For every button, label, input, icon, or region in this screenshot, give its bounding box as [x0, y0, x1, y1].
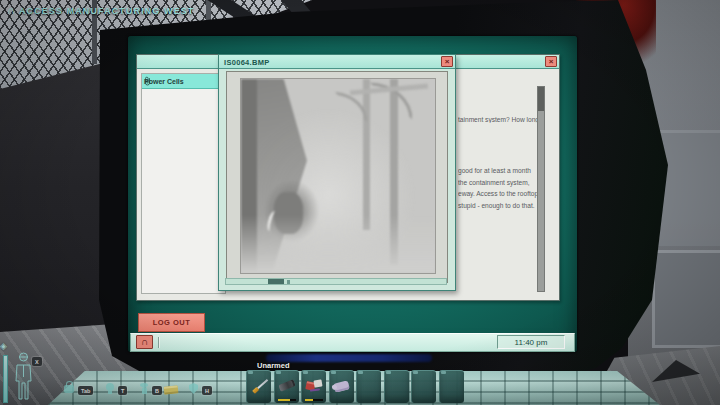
selected-item-label: Unarmed: [257, 361, 290, 370]
mail-body-line: stupid - enough to do that.: [458, 200, 538, 212]
hotbar-slot-7[interactable]: [411, 370, 436, 403]
mail-body-line: eway. Access to the rooftops: [458, 188, 538, 200]
card-icon: [164, 385, 179, 394]
photo-content: [241, 79, 435, 273]
image-scrollbar-thumb[interactable]: [268, 279, 284, 284]
game-screenshot: × Power Cells tainment system? How long …: [0, 0, 720, 405]
laptop-screen[interactable]: × Power Cells tainment system? How long …: [128, 36, 577, 352]
attachment-list[interactable]: Power Cells: [141, 73, 226, 294]
player-figure-icon: [13, 351, 34, 403]
hotbar-slot-1[interactable]: [246, 370, 271, 403]
photo-frame: [226, 71, 448, 283]
durability-bar: [278, 399, 296, 402]
attachment-item-label: Power Cells: [144, 78, 184, 85]
mail-scrollbar[interactable]: [537, 86, 545, 292]
taskbar-clock: 11:40 pm: [497, 335, 565, 349]
bell-icon: [106, 383, 114, 391]
key-badge-h: H: [202, 386, 212, 395]
photo-is0064: [240, 78, 436, 274]
multimeter-icon: [305, 380, 324, 393]
flashlight-icon: [278, 379, 295, 391]
door-frame: [652, 250, 720, 348]
image-viewer-title: IS0064.BMP: [224, 58, 270, 67]
mail-body-paragraph: good for at least a month the containmen…: [458, 165, 538, 211]
hotbar-slot-4[interactable]: [329, 370, 354, 403]
close-icon[interactable]: ×: [441, 56, 453, 67]
stamina-bar: [3, 355, 8, 403]
screwdriver-icon: [252, 378, 269, 394]
mail-body-line: the containment system,: [458, 177, 538, 189]
location-banner: ∩ ACCESS MANUFACTURING WEST: [7, 5, 194, 16]
bag-icon: [64, 385, 74, 393]
hotbar-slot-6[interactable]: [384, 370, 409, 403]
image-viewer-window[interactable]: IS0064.BMP ×: [218, 54, 456, 291]
mail-body-line: good for at least a month: [458, 165, 538, 177]
key-badge-b: B: [152, 386, 162, 395]
key-badge-x: X: [32, 357, 42, 366]
attachment-item-power-cells[interactable]: Power Cells: [142, 74, 225, 89]
mail-scrollbar-thumb[interactable]: [538, 87, 544, 111]
log-out-button[interactable]: LOG OUT: [138, 313, 205, 332]
photo-floor-fade: [241, 215, 435, 273]
gloves-icon: [333, 380, 350, 392]
start-logo-button[interactable]: ∩: [136, 335, 153, 349]
image-scrollbar-notch: [287, 280, 290, 284]
person-icon: [140, 383, 148, 387]
key-badge-t: T: [118, 386, 127, 395]
key-badge-tab: Tab: [78, 386, 93, 395]
hotbar-slot-3[interactable]: [301, 370, 326, 403]
hotbar-slot-2[interactable]: [274, 370, 299, 403]
hotbar: [246, 370, 464, 403]
close-icon[interactable]: ×: [545, 56, 557, 67]
durability-bar: [305, 399, 323, 402]
hotbar-slot-8[interactable]: [439, 370, 464, 403]
taskbar: ∩ 11:40 pm: [130, 333, 575, 352]
image-scrollbar[interactable]: [225, 278, 447, 285]
mail-body-line: tainment system? How long: [458, 116, 538, 123]
hotbar-slot-5[interactable]: [356, 370, 381, 403]
taskbar-divider: [158, 337, 159, 348]
arch-logo-icon: ∩: [7, 5, 15, 16]
laptop-hinge-glow: [266, 354, 432, 362]
image-viewer-titlebar[interactable]: IS0064.BMP ×: [219, 55, 455, 69]
gem-icon: ◈: [0, 341, 7, 351]
location-banner-text: ACCESS MANUFACTURING WEST: [19, 6, 195, 16]
